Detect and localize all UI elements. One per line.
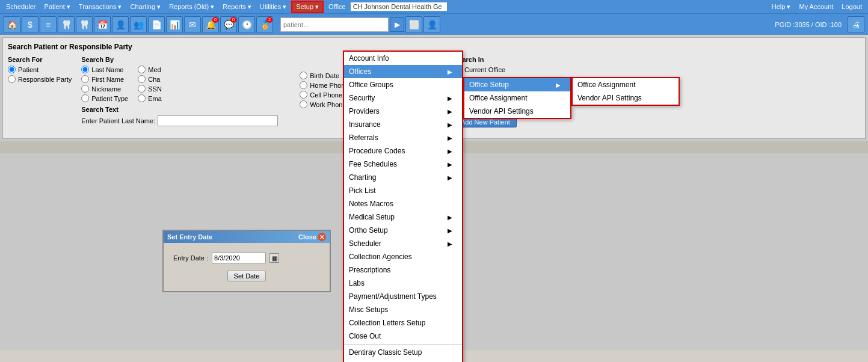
- radio-home-phone[interactable]: Home Phone: [300, 81, 348, 89]
- last-name-input[interactable]: [158, 115, 278, 126]
- entry-date-input[interactable]: [212, 253, 266, 263]
- submenu-vendor-api[interactable]: Vendor API Settings: [464, 105, 570, 118]
- menu-charting[interactable]: Charting ▶: [344, 171, 462, 184]
- menu-pick-list[interactable]: Pick List: [344, 184, 462, 197]
- calendar-picker-icon[interactable]: ▦: [269, 253, 279, 263]
- calendar-icon[interactable]: 📅: [94, 16, 111, 33]
- nav-patient[interactable]: Patient ▾: [41, 2, 74, 12]
- nav-charting[interactable]: Charting ▾: [126, 2, 164, 12]
- search-patient-input[interactable]: [280, 17, 389, 32]
- menu-collection-letters[interactable]: Collection Letters Setup: [344, 316, 462, 330]
- search-text-label: Search Text: [81, 106, 278, 113]
- nav-setup[interactable]: Setup ▾: [291, 1, 324, 13]
- person2-icon[interactable]: 👤: [423, 16, 440, 33]
- home-icon[interactable]: 🏠: [4, 16, 20, 33]
- search-panel-title: Search Patient or Responsible Party: [8, 43, 860, 51]
- nav-scheduler[interactable]: Scheduler: [2, 2, 40, 11]
- list-icon[interactable]: ≡: [40, 16, 57, 33]
- radio-work-phone[interactable]: Work Phone: [300, 100, 348, 108]
- menu-scheduler[interactable]: Scheduler ▶: [344, 237, 462, 250]
- doc-icon[interactable]: 📄: [148, 16, 165, 33]
- radio-current-office[interactable]: Current Office: [454, 66, 536, 73]
- close-label: Close: [298, 233, 316, 241]
- menu-divider: [344, 344, 462, 345]
- dialog-body: Entry Date : ▦ Set Date: [164, 243, 330, 291]
- radio-cell-phone[interactable]: Cell Phone: [300, 91, 348, 99]
- nav-my-account[interactable]: My Account: [795, 2, 837, 11]
- menu-ortho-setup[interactable]: Ortho Setup ▶: [344, 224, 462, 237]
- radio-responsible-party[interactable]: Responsible Party: [8, 75, 72, 83]
- dialog-close-button[interactable]: Close ✕: [298, 233, 326, 241]
- radio-patient-type[interactable]: Patient Type: [81, 94, 128, 102]
- add-patient-icon[interactable]: 👤: [112, 16, 129, 33]
- bell-icon[interactable]: 🔔 0: [202, 16, 219, 33]
- radio-birth-date[interactable]: Birth Date: [300, 72, 348, 79]
- chart-icon[interactable]: 📊: [166, 16, 183, 33]
- dollar-icon[interactable]: $: [22, 16, 38, 33]
- menu-close-out[interactable]: Close Out: [344, 330, 462, 343]
- clock-icon[interactable]: 🕐: [238, 16, 255, 33]
- nav-help[interactable]: Help ▾: [768, 2, 795, 12]
- menu-dentiray[interactable]: Dentiray Classic Setup: [344, 346, 462, 359]
- nav-reports-old[interactable]: Reports (Old) ▾: [165, 2, 218, 12]
- menu-providers[interactable]: Providers ▶: [344, 105, 462, 118]
- radio-last-name[interactable]: Last Name: [81, 66, 128, 73]
- providers-arrow-icon: ▶: [448, 108, 452, 115]
- ortho-setup-arrow-icon: ▶: [448, 227, 452, 234]
- pgid-display: PGID :3035 / OID :100: [775, 21, 842, 28]
- medical-setup-arrow-icon: ▶: [448, 214, 452, 221]
- radio-nickname[interactable]: Nickname: [81, 85, 128, 93]
- radio-cha[interactable]: Cha: [138, 75, 162, 83]
- menu-notes-macros[interactable]: Notes Macros: [344, 197, 462, 210]
- tooth2-icon[interactable]: 🦷: [76, 16, 93, 33]
- menu-prescriptions[interactable]: Prescriptions: [344, 263, 462, 277]
- close-x-icon[interactable]: ✕: [318, 233, 326, 241]
- radio-email[interactable]: Ema: [138, 94, 162, 102]
- menu-insurance[interactable]: Insurance ▶: [344, 118, 462, 131]
- submenu-vendor-api-2[interactable]: Vendor API Settings: [573, 91, 679, 105]
- nav-logout[interactable]: Logout: [838, 2, 866, 11]
- msg-icon[interactable]: 💬 0: [220, 16, 237, 33]
- nav-transactions[interactable]: Transactions ▾: [75, 2, 126, 12]
- menu-fee-schedules[interactable]: Fee Schedules ▶: [344, 158, 462, 171]
- menu-collection-agencies[interactable]: Collection Agencies: [344, 250, 462, 263]
- scheduler-arrow-icon: ▶: [448, 241, 452, 247]
- entry-date-dialog: Set Entry Date Close ✕ Entry Date : ▦ Se…: [162, 230, 331, 292]
- group-icon[interactable]: 👥: [130, 16, 147, 33]
- search-patient-button[interactable]: ▶: [390, 17, 404, 32]
- mail-icon[interactable]: ✉: [184, 16, 201, 33]
- office-setup-arrow-icon: ▶: [556, 82, 561, 88]
- submenu-office-setup[interactable]: Office Setup ▶: [464, 78, 570, 91]
- tooth-icon[interactable]: 🦷: [58, 16, 75, 33]
- badge-icon[interactable]: 🏅 2: [256, 16, 273, 33]
- enter-last-name-label: Enter Patient Last Name:: [81, 117, 155, 124]
- submenu-office-assignment-2[interactable]: Office Assignment: [573, 78, 679, 91]
- menu-security[interactable]: Security ▶: [344, 91, 462, 105]
- menu-account-info[interactable]: Account Info: [344, 52, 462, 65]
- menu-xdr[interactable]: XDR Uploader Setup: [344, 359, 462, 362]
- radio-ssn[interactable]: SSN: [138, 85, 162, 93]
- menu-payment-adjustment[interactable]: Payment/Adjustment Types: [344, 290, 462, 303]
- search-by-section: Search By Last Name First Name Nickname …: [81, 56, 278, 126]
- insurance-arrow-icon: ▶: [448, 121, 452, 128]
- menu-referrals[interactable]: Referrals ▶: [344, 131, 462, 144]
- nav-reports[interactable]: Reports ▾: [219, 2, 255, 12]
- menu-procedure-codes[interactable]: Procedure Codes ▶: [344, 144, 462, 158]
- menu-offices[interactable]: Offices ▶: [344, 65, 462, 78]
- nav-office[interactable]: Office: [325, 2, 349, 11]
- menu-labs[interactable]: Labs: [344, 277, 462, 290]
- menu-office-groups[interactable]: Office Groups: [344, 78, 462, 91]
- print-icon[interactable]: 🖨: [848, 16, 864, 33]
- procedure-codes-arrow-icon: ▶: [448, 148, 452, 155]
- middle-fields-section: Birth Date Home Phone Cell Phone Work Ph…: [300, 56, 348, 108]
- menu-misc-setups[interactable]: Misc Setups: [344, 303, 462, 316]
- radio-first-name[interactable]: First Name: [81, 75, 128, 83]
- office-setup-submenu: Office Assignment Vendor API Settings: [571, 77, 680, 106]
- radio-patient[interactable]: Patient: [8, 66, 72, 73]
- submenu-office-assignment[interactable]: Office Assignment: [464, 91, 570, 105]
- stop-icon[interactable]: ⬜: [405, 16, 422, 33]
- nav-utilities[interactable]: Utilities ▾: [256, 2, 291, 12]
- radio-med[interactable]: Med: [138, 66, 162, 73]
- set-date-button[interactable]: Set Date: [227, 271, 266, 281]
- menu-medical-setup[interactable]: Medical Setup ▶: [344, 210, 462, 224]
